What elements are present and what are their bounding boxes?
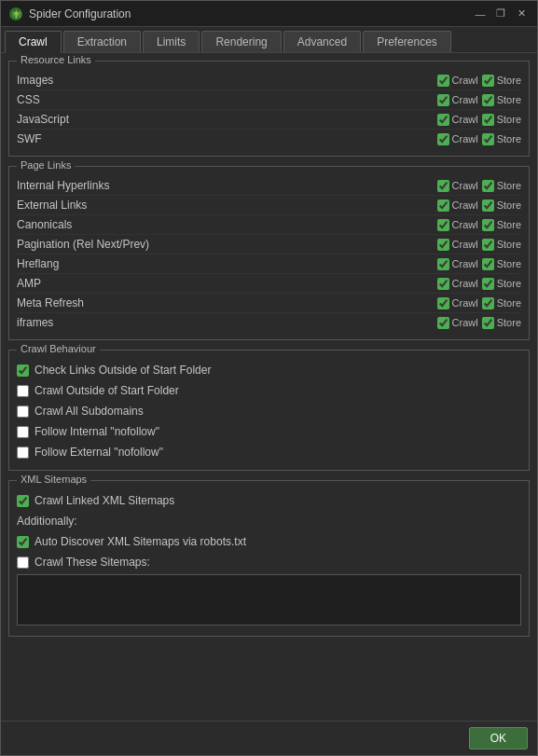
main-window: 🕷 Spider Configuration — ❐ ✕ Crawl Extra… — [0, 0, 538, 756]
crawl-checkbox-canonicals[interactable] — [437, 219, 449, 231]
table-row: CSS Crawl Store — [17, 90, 521, 110]
crawl-checkbox-meta-refresh[interactable] — [437, 297, 449, 309]
tab-preferences[interactable]: Preferences — [363, 31, 451, 52]
row-label-internal-hyperlinks: Internal Hyperlinks — [17, 179, 437, 192]
crawl-label: Crawl — [452, 317, 478, 328]
store-label: Store — [497, 219, 521, 230]
row-checks: Crawl Store — [437, 239, 521, 251]
table-row: AMP Crawl Store — [17, 274, 521, 294]
row-label-swf: SWF — [17, 132, 437, 145]
close-button[interactable]: ✕ — [513, 6, 530, 22]
list-item: Follow Internal "nofollow" — [17, 421, 521, 442]
store-checkbox-internal[interactable] — [482, 180, 494, 192]
row-checks: Crawl Store — [437, 297, 521, 309]
store-checkbox-js[interactable] — [482, 114, 494, 126]
table-row: Internal Hyperlinks Crawl Store — [17, 176, 521, 196]
store-checkbox-hreflang[interactable] — [482, 258, 494, 270]
crawl-checkbox-images[interactable] — [437, 75, 449, 87]
row-label-external-links: External Links — [17, 199, 437, 212]
check-outside-start-folder[interactable] — [17, 364, 29, 377]
page-links-content: Internal Hyperlinks Crawl Store Externa — [17, 176, 521, 332]
ok-button[interactable]: OK — [469, 727, 528, 749]
crawl-check: Crawl — [437, 297, 478, 309]
crawl-label: Crawl — [452, 258, 478, 269]
row-checks: Crawl Store — [437, 180, 521, 192]
additionally-label: Additionally: — [17, 511, 521, 531]
tab-advanced[interactable]: Advanced — [283, 31, 361, 52]
row-checks-js: Crawl Store — [437, 114, 521, 126]
store-check-js: Store — [482, 114, 521, 126]
check-auto-discover[interactable] — [17, 536, 29, 548]
footer: OK — [1, 721, 537, 755]
tab-limits[interactable]: Limits — [143, 31, 200, 52]
row-checks: Crawl Store — [437, 199, 521, 212]
crawl-check-images: Crawl — [437, 75, 478, 87]
crawl-label-images: Crawl — [452, 75, 478, 86]
store-checkbox-meta-refresh[interactable] — [482, 297, 494, 309]
store-checkbox-amp[interactable] — [482, 278, 494, 290]
check-crawl-linked-sitemaps[interactable] — [17, 495, 29, 507]
row-label-canonicals: Canonicals — [17, 218, 437, 231]
tab-rendering[interactable]: Rendering — [201, 31, 281, 52]
check-crawl-outside[interactable] — [17, 385, 29, 397]
list-item: Crawl Outside of Start Folder — [17, 380, 521, 401]
store-checkbox-canonicals[interactable] — [482, 219, 494, 231]
app-icon: 🕷 — [8, 7, 23, 21]
store-label-css: Store — [497, 94, 521, 105]
store-check-images: Store — [482, 75, 521, 87]
crawl-label: Crawl — [452, 219, 478, 230]
sitemap-textarea[interactable] — [17, 574, 521, 625]
crawl-checkbox-iframes[interactable] — [437, 317, 449, 329]
crawl-checkbox-external[interactable] — [437, 199, 449, 212]
table-row: SWF Crawl Store — [17, 130, 521, 148]
row-checks-swf: Crawl Store — [437, 133, 521, 145]
table-row: iframes Crawl Store — [17, 313, 521, 332]
check-follow-external-nofollow[interactable] — [17, 447, 29, 459]
store-checkbox-iframes[interactable] — [482, 317, 494, 329]
store-checkbox-external[interactable] — [482, 199, 494, 212]
list-item: Auto Discover XML Sitemaps via robots.tx… — [17, 531, 521, 552]
table-row: Meta Refresh Crawl Store — [17, 294, 521, 313]
table-row: Hreflang Crawl Store — [17, 254, 521, 274]
store-check: Store — [482, 278, 521, 290]
crawl-checkbox-css[interactable] — [437, 94, 449, 106]
list-item: Check Links Outside of Start Folder — [17, 360, 521, 380]
crawl-checkbox-pagination[interactable] — [437, 239, 449, 251]
crawl-label: Crawl — [452, 199, 478, 211]
check-crawl-subdomains[interactable] — [17, 405, 29, 418]
label-crawl-subdomains: Crawl All Subdomains — [34, 405, 144, 418]
row-label-hreflang: Hreflang — [17, 257, 437, 270]
list-item: Crawl These Sitemaps: — [17, 552, 521, 572]
crawl-check: Crawl — [437, 258, 478, 270]
store-label: Store — [497, 297, 521, 309]
crawl-check: Crawl — [437, 239, 478, 251]
store-checkbox-pagination[interactable] — [482, 239, 494, 251]
resource-links-title: Resource Links — [17, 54, 95, 65]
row-label-images: Images — [17, 74, 437, 87]
store-checkbox-css[interactable] — [482, 94, 494, 106]
check-crawl-these-sitemaps[interactable] — [17, 557, 29, 569]
crawl-checkbox-js[interactable] — [437, 114, 449, 126]
store-checkbox-swf[interactable] — [482, 133, 494, 145]
store-checkbox-images[interactable] — [482, 75, 494, 87]
check-follow-internal-nofollow[interactable] — [17, 426, 29, 438]
content-area: Resource Links Images Crawl Store — [1, 53, 537, 721]
store-label-images: Store — [497, 75, 521, 86]
maximize-button[interactable]: ❐ — [492, 6, 509, 22]
store-check-css: Store — [482, 94, 521, 106]
crawl-check: Crawl — [437, 180, 478, 192]
store-check: Store — [482, 317, 521, 329]
crawl-checkbox-internal[interactable] — [437, 180, 449, 192]
row-label-css: CSS — [17, 93, 437, 106]
tab-crawl[interactable]: Crawl — [5, 31, 62, 53]
title-bar: 🕷 Spider Configuration — ❐ ✕ — [1, 1, 537, 27]
store-check: Store — [482, 180, 521, 192]
tab-extraction[interactable]: Extraction — [63, 31, 141, 52]
crawl-behaviour-title: Crawl Behaviour — [17, 343, 100, 354]
crawl-checkbox-swf[interactable] — [437, 133, 449, 145]
crawl-label-swf: Crawl — [452, 133, 478, 144]
store-check: Store — [482, 219, 521, 231]
crawl-checkbox-amp[interactable] — [437, 278, 449, 290]
minimize-button[interactable]: — — [472, 6, 489, 22]
crawl-checkbox-hreflang[interactable] — [437, 258, 449, 270]
